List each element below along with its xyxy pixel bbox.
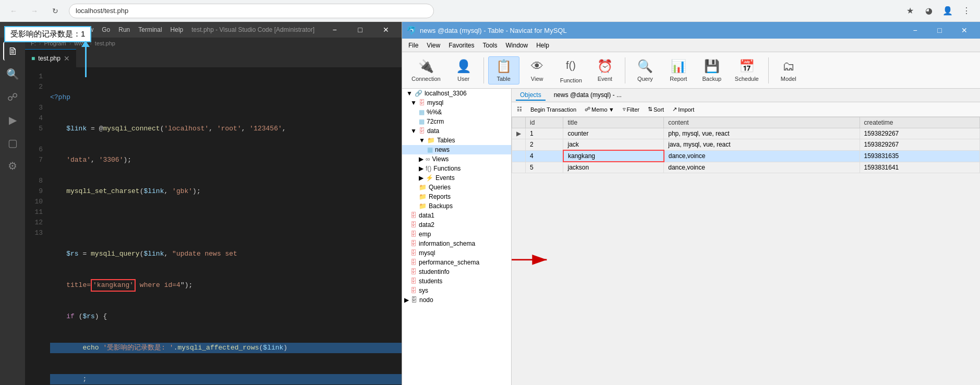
tree-item-backups[interactable]: 📁 Backups [402, 201, 511, 211]
extension-icon[interactable]: ◕ [922, 4, 936, 18]
event-label: Event [598, 76, 612, 82]
col-title[interactable]: title [563, 117, 664, 128]
navicat-panel: 🐬 news @data (mysql) - Table - Navicat f… [402, 22, 980, 385]
tab-close-icon[interactable]: ✕ [64, 54, 70, 63]
nav-menu-file[interactable]: File [404, 41, 422, 50]
tree-item-percent[interactable]: ▦ %%& [402, 107, 511, 117]
objects-tab[interactable]: Objects [516, 90, 546, 101]
navicat-minimize-btn[interactable]: − [903, 22, 927, 39]
tree-item-data1[interactable]: 🗄 data1 [402, 211, 511, 220]
data1-icon: 🗄 [410, 212, 417, 219]
tree-item-localhost[interactable]: ▼ 🔗 localhost_3306 [402, 89, 511, 98]
import-btn[interactable]: ↗ Import [669, 105, 697, 114]
col-createtime[interactable]: createtime [860, 117, 979, 128]
toolbar-function-btn[interactable]: f() Function [555, 55, 587, 86]
table-row[interactable]: ▶ 1 counter php, mysql, vue, react 15938… [512, 128, 980, 139]
toolbar-view-btn[interactable]: 👁 View [522, 57, 553, 84]
data-table[interactable]: id title content createtime ▶ 1 counter [512, 117, 980, 385]
grid-view-btn[interactable]: ☷ [514, 105, 525, 114]
tree-item-72crm[interactable]: ▦ 72crm [402, 117, 511, 126]
tree-item-mysql[interactable]: ▼ 🗄 mysql [402, 98, 511, 107]
code-line-7b: ; [50, 374, 402, 384]
tree-item-information-schema[interactable]: 🗄 information_schema [402, 239, 511, 248]
nav-menu-view[interactable]: View [422, 41, 444, 50]
toolbar-schedule-btn[interactable]: 📅 Schedule [730, 57, 764, 84]
tab-testphp[interactable]: ■ test.php ✕ [25, 49, 76, 67]
nodo-label: nodo [419, 296, 433, 304]
vscode-run-menu[interactable]: Run [118, 26, 130, 33]
menu-icon[interactable]: ⋮ [959, 4, 974, 18]
tree-item-views[interactable]: ▶ ∞ Views [402, 154, 511, 164]
nav-menu-window[interactable]: Window [502, 41, 533, 50]
minimize-button[interactable]: − [323, 22, 346, 38]
table-row[interactable]: 5 jackson dance,voince 1593831641 [512, 162, 980, 173]
address-bar[interactable]: localhost/test.php [69, 4, 434, 18]
toolbar-event-btn[interactable]: ⏰ Event [589, 57, 621, 84]
memo-btn[interactable]: ☍ Memo ▼ [582, 105, 617, 114]
tree-item-reports[interactable]: 📁 Reports [402, 192, 511, 201]
col-content[interactable]: content [664, 117, 860, 128]
filter-btn[interactable]: ▿ Filter [620, 105, 643, 114]
nav-menu-tools[interactable]: Tools [479, 41, 502, 50]
72crm-table-icon: ▦ [419, 118, 425, 125]
toolbar-connection-btn[interactable]: 🔌 Connection [406, 57, 446, 84]
table-row[interactable]: 2 jack java, mysql, vue, react 159382926… [512, 139, 980, 151]
extensions-icon[interactable]: ▢ [3, 134, 22, 152]
bookmark-icon[interactable]: ★ [903, 4, 917, 18]
tree-item-news[interactable]: ▦ news [402, 145, 511, 154]
news-data-tab[interactable]: news @data (mysql) - ... [550, 90, 626, 101]
toolbar-user-btn[interactable]: 👤 User [448, 57, 479, 84]
table-row-selected[interactable]: 4 kangkang dance,voince 1593831635 [512, 150, 980, 162]
back-button[interactable]: ← [6, 4, 21, 18]
vscode-terminal-menu[interactable]: Terminal [138, 26, 162, 33]
refresh-button[interactable]: ↻ [48, 4, 63, 18]
nav-menu-help[interactable]: Help [532, 41, 553, 50]
vscode-go-menu[interactable]: Go [102, 26, 110, 33]
tree-item-tables[interactable]: ▼ 📁 Tables [402, 136, 511, 145]
tree-item-mysql2[interactable]: 🗄 mysql [402, 248, 511, 258]
tree-item-studentinfo[interactable]: 🗄 studentinfo [402, 267, 511, 276]
toolbar-model-btn[interactable]: 🗂 Model [773, 57, 804, 84]
breadcrumb-file: test.php [95, 40, 115, 46]
search-icon[interactable]: 🔍 [3, 65, 22, 83]
tree-item-performance-schema[interactable]: 🗄 performance_schema [402, 258, 511, 267]
vscode-help-menu[interactable]: Help [171, 26, 184, 33]
navicat-toolbar: 🔌 Connection 👤 User 📋 Table 👁 View f() F… [402, 52, 980, 89]
forward-button[interactable]: → [27, 4, 42, 18]
sort-btn[interactable]: ⇅ Sort [645, 105, 667, 114]
flask-icon[interactable]: ⚙ [3, 157, 22, 175]
code-content: <?php $link = @mysqli_connect('localhost… [46, 67, 402, 385]
tree-item-emp[interactable]: 🗄 emp [402, 230, 511, 239]
tree-item-functions[interactable]: ▶ f() Functions [402, 164, 511, 173]
queries-icon: 📁 [419, 184, 427, 191]
toolbar-query-btn[interactable]: 🔍 Query [630, 57, 661, 84]
mysql2-icon: 🗄 [410, 249, 417, 257]
tree-item-students[interactable]: 🗄 students [402, 276, 511, 286]
toolbar-report-btn[interactable]: 📊 Report [663, 57, 694, 84]
tree-item-events[interactable]: ▶ ⚡ Events [402, 173, 511, 183]
close-button[interactable]: ✕ [374, 22, 397, 38]
begin-transaction-btn[interactable]: Begin Transaction [527, 105, 579, 114]
tree-item-nodo[interactable]: ▶ 🗄 nodo [402, 295, 511, 305]
tree-item-queries[interactable]: 📁 Queries [402, 183, 511, 192]
tree-item-data[interactable]: ▼ 🗄 data [402, 126, 511, 136]
url-text: localhost/test.php [76, 7, 128, 15]
navicat-titlebar: 🐬 news @data (mysql) - Table - Navicat f… [402, 22, 980, 39]
emp-label: emp [419, 231, 431, 238]
explorer-icon[interactable]: 🗎 [3, 42, 22, 61]
col-id[interactable]: id [526, 117, 563, 128]
mysql2-label: mysql [419, 249, 435, 257]
toolbar-backup-btn[interactable]: 💾 Backup [696, 57, 728, 84]
mysql-db-icon: 🗄 [419, 99, 425, 106]
nav-menu-favorites[interactable]: Favorites [444, 41, 478, 50]
navicat-maximize-btn[interactable]: □ [928, 22, 951, 39]
git-icon[interactable]: ☍ [3, 88, 22, 106]
profile-icon[interactable]: 👤 [940, 4, 955, 18]
tree-item-sys[interactable]: 🗄 sys [402, 286, 511, 295]
toolbar-table-btn[interactable]: 📋 Table [488, 56, 519, 85]
debug-icon[interactable]: ▶ [3, 111, 22, 129]
code-editor[interactable]: 1 2 3 4 5 6 7 8 9 10 11 12 13 [25, 67, 402, 385]
navicat-close-btn[interactable]: ✕ [952, 22, 976, 39]
maximize-button[interactable]: □ [348, 22, 372, 38]
tree-item-data2[interactable]: 🗄 data2 [402, 220, 511, 230]
